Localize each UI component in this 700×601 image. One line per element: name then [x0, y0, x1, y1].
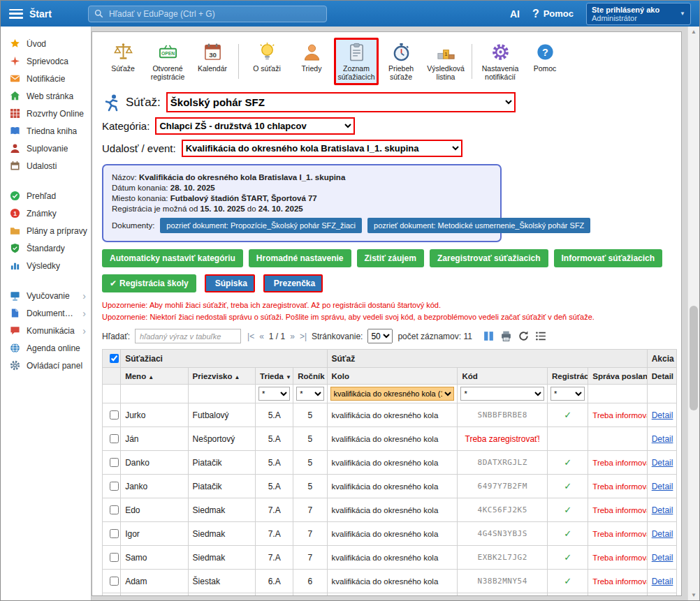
toolbar-item-priebeh-sutaze[interactable]: Priebeh súťaže: [379, 38, 423, 85]
sidebar-item-label: Rozvrhy Online: [27, 109, 84, 119]
toolbar-item-kalendar[interactable]: Kalendár: [190, 38, 235, 85]
sidebar-item-vyucovanie[interactable]: Vyučovanie ›: [1, 287, 91, 304]
scroll-up-icon[interactable]: ▲: [688, 29, 699, 35]
kod-filter-select[interactable]: *: [460, 387, 544, 401]
printer-icon[interactable]: [500, 330, 512, 342]
menu-icon[interactable]: [9, 9, 23, 19]
toolbar-item-otvorene-registracie[interactable]: Otvorené registrácie: [145, 38, 190, 85]
sidebar-item-ovladaci-panel[interactable]: Ovládací panel ›: [1, 357, 91, 374]
toolbar-item-sutaze[interactable]: Súťaže: [101, 38, 145, 85]
register-competitors-button[interactable]: Zaregistrovať súťažiacich: [430, 249, 548, 267]
row-checkbox[interactable]: [110, 434, 119, 443]
detail-link[interactable]: Detail: [652, 434, 673, 444]
sidebar-item-notifikacie[interactable]: Notifikácie ›: [1, 70, 91, 87]
row-checkbox[interactable]: [110, 529, 119, 538]
sidebar-item-udalosti[interactable]: Udalosti ›: [1, 157, 91, 175]
row-checkbox[interactable]: [110, 553, 119, 562]
global-search-input[interactable]: [108, 8, 321, 20]
column-header-kod[interactable]: Kód: [458, 368, 548, 385]
columns-icon[interactable]: [483, 330, 495, 342]
detail-link[interactable]: Detail: [652, 482, 673, 491]
user-menu[interactable]: Ste prihlásený ako Administrátor ▼: [586, 3, 691, 25]
sidebar-item-web-stranka[interactable]: Web stránka ›: [1, 87, 91, 105]
scroll-down-icon[interactable]: ▼: [688, 592, 699, 598]
pager-last-button[interactable]: >|: [300, 332, 307, 341]
cell-kod: SNBBFBRBE8: [458, 403, 548, 427]
refresh-icon[interactable]: [518, 330, 530, 342]
view-document-button[interactable]: pozrieť dokument: Metodické usmernenie_Š…: [367, 218, 590, 233]
cell-priezvisko: Siedmak: [188, 546, 255, 570]
sidebar-item-komunikacia[interactable]: Komunikácia ›: [1, 322, 91, 339]
vertical-scrollbar[interactable]: ▲ ▼: [687, 27, 699, 600]
view-document-button[interactable]: pozrieť dokument: Propozície_Školský poh…: [160, 218, 362, 233]
sidebar-item-plany-a-pripravy[interactable]: Plány a prípravy ›: [1, 222, 91, 239]
rocnik-filter-select[interactable]: *: [296, 387, 323, 401]
column-header-sprava-poslana[interactable]: Správa poslaná: [588, 368, 647, 385]
sidebar-item-znamky[interactable]: Známky ›: [1, 205, 91, 222]
row-checkbox[interactable]: [110, 482, 119, 491]
table-search-input[interactable]: [135, 329, 241, 343]
detail-link[interactable]: Detail: [652, 529, 673, 539]
detail-link[interactable]: Detail: [652, 553, 673, 563]
cell-sprava-poslana: Treba informovať!: [588, 546, 647, 570]
column-header-meno[interactable]: Meno▲: [121, 368, 188, 385]
row-checkbox[interactable]: [110, 410, 119, 420]
inform-competitors-button[interactable]: Informovať súťažiacich: [554, 249, 663, 267]
pager-next-button[interactable]: »: [290, 332, 295, 341]
auto-category-button[interactable]: Automaticky nastaviť kategóriu: [102, 249, 243, 267]
select-all-checkbox[interactable]: [110, 354, 119, 363]
ai-button[interactable]: AI: [510, 8, 520, 20]
row-checkbox[interactable]: [110, 458, 119, 467]
attendance-button[interactable]: Prezenčka: [263, 274, 323, 292]
help-button[interactable]: ? Pomoc: [532, 8, 574, 20]
page-size-select[interactable]: 50: [367, 329, 393, 343]
sidebar-item-prehlad[interactable]: Prehľad ›: [1, 187, 91, 205]
sidebar-item-sprievodca[interactable]: Sprievodca ›: [1, 52, 91, 70]
board-icon: [10, 290, 20, 301]
column-header-registracia[interactable]: Registrácia: [548, 368, 588, 385]
detail-link[interactable]: Detail: [652, 505, 673, 515]
toolbar-item-pomoc[interactable]: Pomoc: [523, 38, 567, 85]
toolbar-item-zoznam-sutaziacich[interactable]: Zoznam súťažiacich: [334, 38, 379, 85]
sidebar-item-dokumentacia[interactable]: Dokumentácia ›: [1, 304, 91, 322]
trieda-filter-select[interactable]: *: [258, 387, 290, 401]
column-header-detail[interactable]: Detail: [647, 368, 676, 385]
pager-prev-button[interactable]: «: [259, 332, 264, 341]
registracia-filter-select[interactable]: *: [550, 387, 585, 401]
sidebar-item-suplovanie[interactable]: Suplovanie ›: [1, 140, 91, 157]
toolbar-item-nastavenia-notifikacii[interactable]: Nastavenia notifikácií: [478, 38, 523, 85]
roster-button[interactable]: Súpiska: [205, 274, 255, 292]
row-checkbox[interactable]: [110, 505, 119, 514]
sidebar-item-agenda-online[interactable]: Agenda online ›: [1, 339, 91, 357]
category-select[interactable]: Chlapci ZŠ - družstvá 10 chlapcov: [155, 117, 355, 135]
sidebar-item-triedna-kniha[interactable]: Triedna kniha ›: [1, 122, 91, 140]
cell-trieda: 5.A: [256, 475, 293, 498]
column-header-trieda[interactable]: Trieda▼: [256, 368, 293, 385]
toolbar-item-o-sutazi[interactable]: O súťaži: [245, 38, 289, 85]
toolbar-item-triedy[interactable]: Triedy: [289, 38, 334, 85]
sidebar-item-vysledky[interactable]: Výsledky ›: [1, 257, 91, 274]
column-header-priezvisko[interactable]: Priezvisko▲: [188, 368, 255, 385]
row-checkbox[interactable]: [110, 577, 119, 586]
detail-link[interactable]: Detail: [652, 458, 673, 468]
start-menu-label[interactable]: Štart: [29, 8, 52, 20]
global-search[interactable]: [88, 6, 327, 22]
bulk-settings-button[interactable]: Hromadné nastavenie: [249, 249, 351, 267]
column-header-rocnik[interactable]: Ročník: [293, 368, 327, 385]
competition-select[interactable]: Školský pohár SFZ: [166, 92, 516, 112]
column-header-kolo[interactable]: Kolo: [327, 368, 458, 385]
school-registration-button[interactable]: ✔Registrácia školy: [102, 274, 196, 292]
scrollbar-thumb[interactable]: [690, 306, 698, 410]
sidebar-item-uvod[interactable]: Úvod ›: [1, 35, 91, 52]
event-select[interactable]: Kvalifikácia do okresného kola Bratislav…: [182, 140, 462, 157]
detail-link[interactable]: Detail: [652, 577, 673, 586]
info-date-label: Dátum konania:: [112, 184, 168, 192]
kolo-filter-select[interactable]: kvalifikácia do okresného kola (11): [330, 387, 455, 401]
detail-link[interactable]: Detail: [652, 410, 673, 420]
sidebar-item-standardy[interactable]: Štandardy ›: [1, 239, 91, 257]
check-interest-button[interactable]: Zistiť záujem: [357, 249, 424, 267]
toolbar-item-vysledkova-listina[interactable]: Výsledková listina: [423, 38, 468, 85]
sidebar-item-rozvrhy-online[interactable]: Rozvrhy Online ›: [1, 105, 91, 122]
pager-first-button[interactable]: |<: [247, 332, 254, 341]
list-view-icon[interactable]: [535, 330, 547, 342]
